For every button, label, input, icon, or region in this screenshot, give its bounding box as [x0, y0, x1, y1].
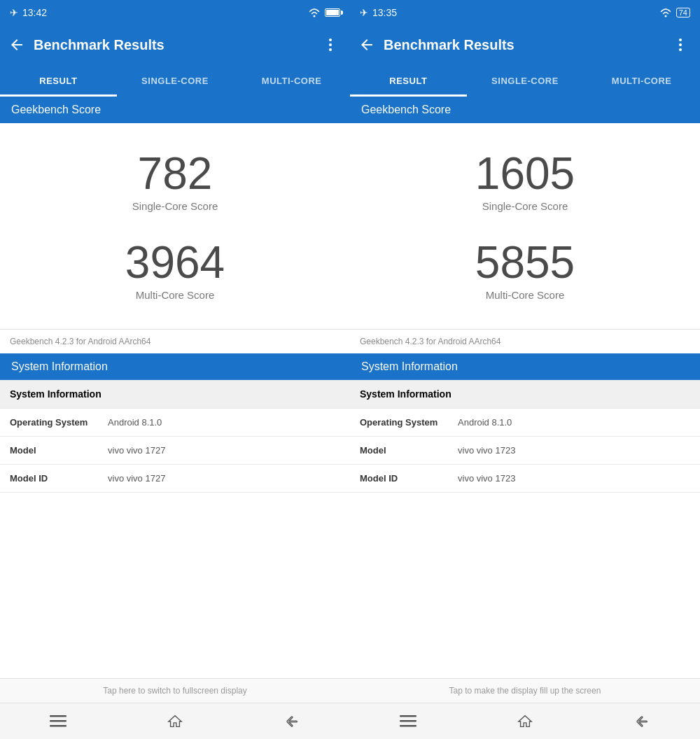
version-info-right: Geekbench 4.2.3 for Android AArch64 [350, 329, 700, 353]
app-bar-right: Benchmark Results [350, 25, 700, 64]
status-time-area-right: ✈ 13:35 [360, 7, 397, 18]
nav-home-right[interactable] [508, 705, 542, 738]
dot2 [329, 43, 332, 46]
tab-multi-core-right[interactable]: MULTI-CORE [583, 64, 700, 97]
battery-fill [326, 10, 339, 15]
footer-hint-right[interactable]: Tap to make the display fill up the scre… [350, 678, 700, 703]
svg-rect-1 [50, 715, 66, 717]
info-os-row-right: Operating System Android 8.1.0 [350, 409, 700, 437]
single-core-label-left: Single-Core Score [132, 200, 218, 212]
svg-rect-2 [50, 720, 66, 722]
back-nav-icon-right [634, 714, 650, 729]
wifi-icon-right [659, 8, 672, 17]
info-os-row-left: Operating System Android 8.1.0 [0, 409, 350, 437]
footer-hint-left[interactable]: Tap here to switch to fullscreen display [0, 678, 350, 703]
status-time-area: ✈ 13:42 [10, 7, 47, 18]
svg-point-4 [664, 15, 666, 17]
info-modelid-row-right: Model ID vivo vivo 1723 [350, 465, 700, 493]
hamburger-icon-left [50, 715, 66, 728]
status-bar-right: ✈ 13:35 74 [350, 0, 700, 25]
dot3 [329, 48, 332, 51]
nav-home-left[interactable] [158, 705, 192, 738]
svg-point-0 [314, 15, 316, 17]
tab-single-core-right[interactable]: SINGLE-CORE [467, 64, 584, 97]
sys-info-header-left: System Information [0, 353, 350, 380]
svg-rect-5 [400, 715, 416, 717]
info-modelid-row-left: Model ID vivo vivo 1727 [0, 465, 350, 493]
single-core-item-left: 782 Single-Core Score [0, 137, 350, 226]
battery-label-right: 74 [676, 8, 690, 17]
svg-rect-3 [50, 725, 66, 727]
nav-bar-left [0, 703, 350, 739]
nav-back-left[interactable] [275, 705, 309, 738]
single-core-label-right: Single-Core Score [482, 200, 568, 212]
battery-icon-left [325, 8, 340, 17]
back-arrow-icon-right [358, 36, 375, 53]
app-bar-title-left: Benchmark Results [34, 37, 316, 53]
sys-info-header-right: System Information [350, 353, 700, 380]
single-core-score-right: 1605 [475, 151, 575, 196]
geekbench-header-left: Geekbench Score [0, 97, 350, 123]
status-time-right: 13:35 [372, 7, 397, 18]
info-model-row-right: Model vivo vivo 1723 [350, 437, 700, 465]
more-button-right[interactable] [666, 31, 694, 59]
info-header-row-right: System Information [350, 380, 700, 409]
more-button-left[interactable] [316, 31, 344, 59]
multi-core-item-right: 5855 Multi-Core Score [350, 226, 700, 315]
multi-core-item-left: 3964 Multi-Core Score [0, 226, 350, 315]
status-icons-right: 74 [659, 8, 690, 17]
tabs-left: RESULT SINGLE-CORE MULTI-CORE [0, 64, 350, 97]
multi-core-label-left: Multi-Core Score [136, 289, 215, 301]
tab-multi-core-left[interactable]: MULTI-CORE [233, 64, 350, 97]
nav-menu-right[interactable] [391, 705, 425, 738]
wifi-icon [308, 8, 321, 17]
home-icon-right [517, 714, 533, 729]
status-icons-left [308, 8, 340, 17]
dot1r [679, 38, 682, 41]
tab-result-right[interactable]: RESULT [350, 64, 467, 97]
svg-rect-7 [400, 725, 416, 727]
geekbench-header-right: Geekbench Score [350, 97, 700, 123]
single-core-score-left: 782 [138, 151, 213, 196]
app-bar-left: Benchmark Results [0, 25, 350, 64]
version-info-left: Geekbench 4.2.3 for Android AArch64 [0, 329, 350, 353]
nav-bar-right [350, 703, 700, 739]
score-area-right: 1605 Single-Core Score 5855 Multi-Core S… [350, 123, 700, 329]
tab-single-core-left[interactable]: SINGLE-CORE [117, 64, 234, 97]
hamburger-icon-right [400, 715, 416, 728]
info-header-row-left: System Information [0, 380, 350, 409]
nav-back-right[interactable] [625, 705, 659, 738]
multi-core-score-right: 5855 [475, 240, 575, 285]
multi-core-score-left: 3964 [125, 240, 225, 285]
info-model-row-left: Model vivo vivo 1727 [0, 437, 350, 465]
back-button-right[interactable] [353, 31, 381, 59]
status-bar-left: ✈ 13:42 [0, 0, 350, 25]
panel-right: ✈ 13:35 74 Benchmark Results [350, 0, 700, 739]
airplane-icon: ✈ [10, 7, 18, 18]
info-table-left: System Information Operating System Andr… [0, 380, 350, 678]
back-button-left[interactable] [3, 31, 31, 59]
dot1 [329, 38, 332, 41]
info-header-label-right: System Information [360, 388, 451, 400]
score-area-left: 782 Single-Core Score 3964 Multi-Core Sc… [0, 123, 350, 329]
tab-result-left[interactable]: RESULT [0, 64, 117, 97]
back-arrow-icon [8, 36, 25, 53]
multi-core-label-right: Multi-Core Score [486, 289, 565, 301]
airplane-icon-right: ✈ [360, 7, 368, 18]
tabs-right: RESULT SINGLE-CORE MULTI-CORE [350, 64, 700, 97]
nav-menu-left[interactable] [41, 705, 75, 738]
single-core-item-right: 1605 Single-Core Score [350, 137, 700, 226]
status-time: 13:42 [22, 7, 47, 18]
home-icon-left [167, 714, 183, 729]
info-header-label-left: System Information [10, 388, 102, 400]
svg-rect-6 [400, 720, 416, 722]
panel-left: ✈ 13:42 Benchmark Results [0, 0, 350, 739]
info-table-right: System Information Operating System Andr… [350, 380, 700, 678]
dot3r [679, 48, 682, 51]
app-bar-title-right: Benchmark Results [384, 37, 666, 53]
dot2r [679, 43, 682, 46]
back-nav-icon-left [284, 714, 300, 729]
